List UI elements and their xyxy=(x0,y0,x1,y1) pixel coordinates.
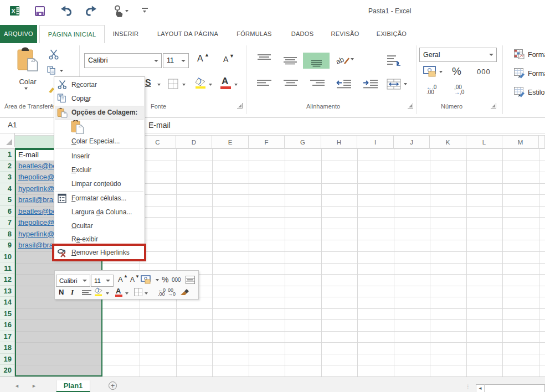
svg-text:ab: ab xyxy=(335,55,345,66)
svg-text:X: X xyxy=(11,8,16,14)
